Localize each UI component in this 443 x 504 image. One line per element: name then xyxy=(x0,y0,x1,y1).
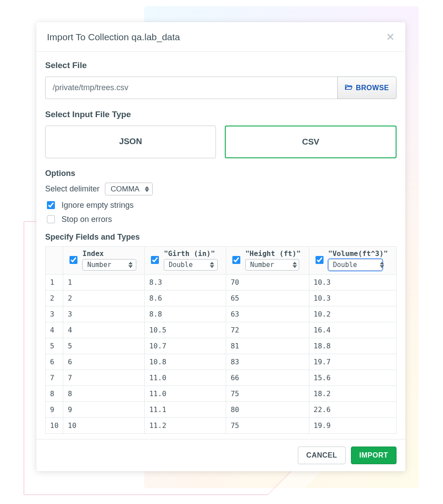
browse-button[interactable]: BROWSE xyxy=(337,76,397,99)
data-cell: 3 xyxy=(63,306,145,322)
data-cell: 8 xyxy=(63,386,145,402)
table-row: 6610.88319.7 xyxy=(46,354,397,370)
data-cell: 19.7 xyxy=(309,354,396,370)
data-cell: 75 xyxy=(226,418,309,434)
data-cell: 10 xyxy=(63,418,145,434)
table-row: 9911.18022.6 xyxy=(46,402,397,418)
row-number: 4 xyxy=(46,322,63,338)
ignore-empty-row: Ignore empty strings xyxy=(45,200,397,210)
data-cell: 15.6 xyxy=(309,370,396,386)
ignore-empty-label: Ignore empty strings xyxy=(62,201,134,210)
delimiter-row: Select delimiter COMMA xyxy=(45,183,397,195)
column-name: "Girth (in)" xyxy=(164,249,218,258)
data-cell: 72 xyxy=(226,322,309,338)
folder-open-icon xyxy=(345,84,353,92)
column-include-checkbox[interactable] xyxy=(151,256,159,264)
column-header: "Height (ft)"Number xyxy=(226,247,309,275)
table-row: 118.37010.3 xyxy=(46,275,397,290)
data-cell: 80 xyxy=(226,402,309,418)
close-icon[interactable]: ✕ xyxy=(386,32,395,42)
column-name: Index xyxy=(82,249,136,258)
delimiter-select[interactable]: COMMA xyxy=(105,183,153,195)
data-cell: 7 xyxy=(63,370,145,386)
data-cell: 19.9 xyxy=(309,418,396,434)
data-cell: 75 xyxy=(226,386,309,402)
data-cell: 63 xyxy=(226,306,309,322)
data-cell: 8.6 xyxy=(145,290,226,306)
data-cell: 22.6 xyxy=(309,402,396,418)
table-row: 7711.06615.6 xyxy=(46,370,397,386)
row-number: 8 xyxy=(46,386,63,402)
rownum-header xyxy=(46,247,63,275)
fields-label: Specify Fields and Types xyxy=(45,233,397,242)
table-row: 4410.57216.4 xyxy=(46,322,397,338)
data-cell: 2 xyxy=(63,290,145,306)
stop-errors-row: Stop on errors xyxy=(45,214,397,225)
file-type-json[interactable]: JSON xyxy=(45,126,216,158)
modal-body: Select File BROWSE Select Input File Typ… xyxy=(36,52,405,439)
column-type-select[interactable]: Double xyxy=(328,259,382,271)
options-label: Options xyxy=(45,169,397,178)
preview-table: IndexNumber"Girth (in)"Double"Height (ft… xyxy=(45,246,397,434)
row-number: 1 xyxy=(46,275,63,290)
table-row: 101011.27519.9 xyxy=(46,418,397,434)
data-cell: 11.1 xyxy=(145,402,226,418)
data-cell: 6 xyxy=(63,354,145,370)
column-include-checkbox[interactable] xyxy=(232,256,240,264)
modal-header: Import To Collection qa.lab_data ✕ xyxy=(36,22,405,52)
delimiter-label: Select delimiter xyxy=(45,184,100,194)
column-name: "Height (ft)" xyxy=(245,249,300,258)
row-number: 7 xyxy=(46,370,63,386)
data-cell: 66 xyxy=(226,370,309,386)
data-cell: 18.8 xyxy=(309,338,396,354)
row-number: 2 xyxy=(46,290,63,306)
data-cell: 65 xyxy=(226,290,309,306)
data-cell: 83 xyxy=(226,354,309,370)
column-include-checkbox[interactable] xyxy=(316,256,324,264)
row-number: 5 xyxy=(46,338,63,354)
file-type-csv[interactable]: CSV xyxy=(225,126,397,158)
data-cell: 18.2 xyxy=(309,386,396,402)
file-path-input[interactable] xyxy=(45,76,337,99)
modal-footer: CANCEL IMPORT xyxy=(36,439,405,471)
data-cell: 10.3 xyxy=(309,275,396,290)
data-cell: 11.2 xyxy=(145,418,226,434)
data-cell: 4 xyxy=(63,322,145,338)
select-file-label: Select File xyxy=(45,61,397,70)
cancel-button[interactable]: CANCEL xyxy=(298,447,346,464)
column-type-select[interactable]: Double xyxy=(164,259,218,271)
import-modal: Import To Collection qa.lab_data ✕ Selec… xyxy=(36,22,405,471)
table-row: 5510.78118.8 xyxy=(46,338,397,354)
data-cell: 9 xyxy=(63,402,145,418)
browse-label: BROWSE xyxy=(356,84,389,92)
table-row: 228.66510.3 xyxy=(46,290,397,306)
ignore-empty-checkbox[interactable] xyxy=(47,201,55,209)
modal-title: Import To Collection qa.lab_data xyxy=(47,32,180,42)
column-header: IndexNumber xyxy=(63,247,145,275)
column-name: "Volume(ft^3)" xyxy=(328,249,388,258)
stop-errors-label: Stop on errors xyxy=(62,215,112,224)
row-number: 9 xyxy=(46,402,63,418)
data-cell: 16.4 xyxy=(309,322,396,338)
import-button[interactable]: IMPORT xyxy=(351,447,397,464)
data-cell: 8.3 xyxy=(145,275,226,290)
data-cell: 1 xyxy=(63,275,145,290)
column-header: "Volume(ft^3)"Double xyxy=(309,247,396,275)
data-cell: 5 xyxy=(63,338,145,354)
row-number: 6 xyxy=(46,354,63,370)
data-cell: 70 xyxy=(226,275,309,290)
table-row: 8811.07518.2 xyxy=(46,386,397,402)
column-type-select[interactable]: Number xyxy=(82,259,136,271)
row-number: 10 xyxy=(46,418,63,434)
data-cell: 10.8 xyxy=(145,354,226,370)
column-type-select[interactable]: Number xyxy=(245,259,299,271)
select-type-label: Select Input File Type xyxy=(45,110,397,119)
table-row: 338.86310.2 xyxy=(46,306,397,322)
stop-errors-checkbox[interactable] xyxy=(47,215,55,223)
column-include-checkbox[interactable] xyxy=(69,256,77,264)
column-header: "Girth (in)"Double xyxy=(145,247,226,275)
data-cell: 11.0 xyxy=(145,370,226,386)
file-type-row: JSONCSV xyxy=(45,126,397,158)
file-row: BROWSE xyxy=(45,76,397,99)
data-cell: 8.8 xyxy=(145,306,226,322)
